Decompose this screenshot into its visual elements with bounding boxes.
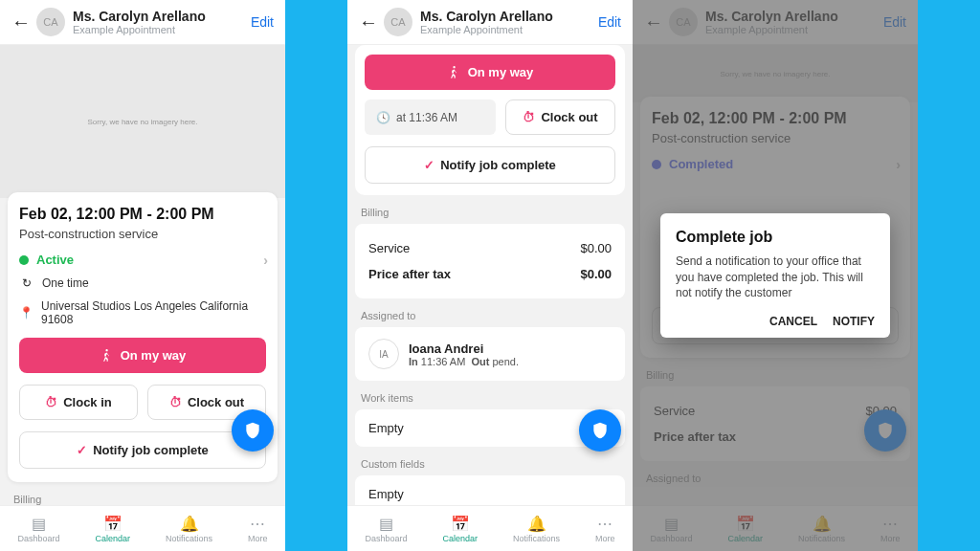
edit-link[interactable]: Edit — [598, 14, 621, 30]
notify-complete-label: Notify job complete — [93, 443, 209, 457]
walk-icon — [447, 66, 460, 79]
notify-complete-button[interactable]: ✓ Notify job complete — [19, 431, 266, 469]
address-row[interactable]: 📍 Universal Studios Los Angeles Californ… — [19, 299, 266, 326]
edit-link[interactable]: Edit — [251, 14, 274, 30]
recurrence-row: ↻ One time — [19, 276, 266, 290]
appointment-subtitle: Example Appointment — [420, 24, 598, 35]
custom-fields-card[interactable]: Empty — [355, 475, 625, 505]
tab-more[interactable]: ⋯More — [595, 515, 615, 543]
check-icon: ✓ — [77, 443, 87, 457]
billing-card[interactable]: Service$0.00 Price after tax$0.00 — [355, 224, 625, 298]
assignee-avatar: IA — [368, 339, 399, 369]
on-my-way-button[interactable]: On my way — [19, 338, 266, 373]
back-icon[interactable]: ← — [11, 11, 31, 33]
assignee-card[interactable]: IA Ioana Andrei In 11:36 AM Out pend. — [355, 327, 625, 381]
tab-calendar[interactable]: 📅Calendar — [95, 515, 130, 543]
fab-shield-button[interactable] — [232, 409, 274, 452]
back-icon[interactable]: ← — [359, 11, 378, 33]
tab-dashboard[interactable]: ▤Dashboard — [17, 515, 59, 543]
clock-in-button[interactable]: ⏱ Clock in — [19, 385, 138, 420]
clock-out-button[interactable]: ⏱ Clock out — [505, 99, 615, 135]
more-icon: ⋯ — [250, 515, 265, 533]
work-items-label: Work items — [347, 381, 633, 409]
recurrence-label: One time — [42, 276, 89, 290]
status-row[interactable]: Active › — [19, 253, 266, 267]
tabbar: ▤Dashboard 📅Calendar 🔔Notifications ⋯Mor… — [347, 505, 633, 551]
fab-shield-button[interactable] — [579, 409, 621, 452]
dashboard-icon: ▤ — [32, 515, 46, 533]
walk-icon — [100, 349, 113, 363]
dialog-body: Send a notification to your office that … — [676, 253, 875, 301]
tab-dashboard[interactable]: ▤Dashboard — [365, 515, 407, 543]
tab-notifications[interactable]: 🔔Notifications — [513, 515, 560, 543]
notify-complete-button[interactable]: ✓ Notify job complete — [365, 146, 615, 184]
clock-out-label: Clock out — [188, 395, 244, 409]
clock-in-label: Clock in — [63, 395, 112, 409]
on-my-way-button[interactable]: On my way — [365, 55, 615, 90]
dialog-notify-button[interactable]: NOTIFY — [833, 315, 875, 328]
avatar[interactable]: CA — [36, 8, 65, 36]
job-datetime: Feb 02, 12:00 PM - 2:00 PM — [19, 206, 266, 223]
repeat-icon: ↻ — [19, 276, 34, 290]
check-icon: ✓ — [424, 158, 434, 172]
body-1: Sorry, we have no imagery here. Feb 02, … — [0, 45, 285, 505]
calendar-icon: 📅 — [103, 515, 122, 533]
map-pin-icon: 📍 — [19, 306, 33, 320]
body-2: On my way 🕓 at 11:36 AM ⏱ Clock out ✓ No… — [347, 45, 633, 505]
clock-in-icon: ⏱ — [45, 395, 57, 409]
billing-label: Billing — [347, 195, 633, 224]
dialog-title: Complete job — [676, 229, 875, 246]
customer-name: Ms. Carolyn Arellano — [73, 9, 251, 24]
shield-icon — [243, 421, 262, 440]
on-my-way-label: On my way — [121, 348, 187, 363]
complete-job-dialog: Complete job Send a notification to your… — [660, 213, 890, 338]
address-text: Universal Studios Los Angeles California… — [41, 299, 266, 326]
assigned-label: Assigned to — [347, 298, 633, 327]
custom-fields-label: Custom fields — [347, 447, 633, 475]
bell-icon: 🔔 — [180, 515, 199, 533]
map-placeholder[interactable]: Sorry, we have no imagery here. — [0, 45, 285, 198]
status-dot-icon — [19, 255, 29, 265]
assignee-times: In 11:36 AM Out pend. — [409, 356, 519, 367]
header-2: ← CA Ms. Carolyn Arellano Example Appoin… — [347, 0, 633, 45]
clocked-in-pill: 🕓 at 11:36 AM — [365, 99, 496, 135]
job-service: Post-construction service — [19, 227, 266, 241]
tab-calendar[interactable]: 📅Calendar — [442, 515, 478, 543]
status-label: Active — [36, 253, 74, 267]
modal-overlay[interactable]: Complete job Send a notification to your… — [633, 0, 918, 551]
clock-icon: 🕓 — [376, 111, 390, 124]
chevron-right-icon: › — [263, 253, 268, 268]
avatar[interactable]: CA — [384, 8, 412, 36]
dialog-cancel-button[interactable]: CANCEL — [769, 315, 817, 328]
clock-row: ⏱ Clock in ⏱ Clock out — [19, 373, 266, 420]
assignee-name: Ioana Andrei — [409, 342, 519, 356]
header-text: Ms. Carolyn Arellano Example Appointment — [73, 9, 251, 35]
customer-name: Ms. Carolyn Arellano — [420, 9, 598, 24]
clock-out-icon: ⏱ — [523, 110, 535, 124]
appointment-subtitle: Example Appointment — [73, 24, 251, 35]
tab-more[interactable]: ⋯More — [248, 515, 268, 543]
tab-notifications[interactable]: 🔔Notifications — [166, 515, 212, 543]
clock-out-icon: ⏱ — [169, 395, 182, 409]
shield-icon — [590, 421, 610, 440]
billing-label: Billing — [0, 482, 285, 505]
header-1: ← CA Ms. Carolyn Arellano Example Appoin… — [0, 0, 285, 45]
tabbar: ▤Dashboard 📅Calendar 🔔Notifications ⋯Mor… — [0, 505, 285, 551]
